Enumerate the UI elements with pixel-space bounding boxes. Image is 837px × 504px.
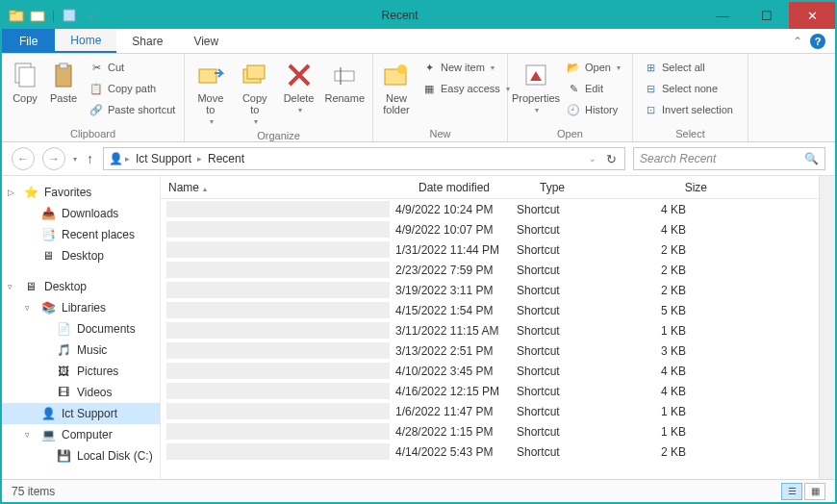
file-row[interactable]: 4/28/2022 1:15 PM Shortcut 1 KB: [161, 421, 819, 441]
copy-to-button[interactable]: Copy to: [235, 58, 275, 128]
ribbon-collapse-icon[interactable]: ⌃: [793, 35, 802, 48]
nav-computer[interactable]: ▿💻Computer: [2, 424, 160, 445]
file-list[interactable]: 4/9/2022 10:24 PM Shortcut 4 KB 4/9/2022…: [161, 199, 819, 479]
nav-ict-support[interactable]: 👤Ict Support: [2, 403, 160, 424]
ribbon: Copy Paste ✂Cut 📋Copy path 🔗Paste shortc…: [2, 54, 835, 142]
libraries-icon: 📚: [40, 300, 56, 315]
nav-videos[interactable]: 🎞Videos: [2, 382, 160, 403]
new-folder-icon[interactable]: [29, 7, 46, 24]
file-row[interactable]: 1/6/2022 11:47 PM Shortcut 1 KB: [161, 401, 819, 421]
breadcrumb-1[interactable]: Ict Support: [132, 152, 195, 165]
file-row[interactable]: 4/15/2022 1:54 PM Shortcut 5 KB: [161, 300, 819, 320]
file-date: 2/23/2022 7:59 PM: [390, 264, 511, 277]
paste-button[interactable]: Paste: [46, 58, 81, 106]
qat-dropdown-icon[interactable]: [82, 7, 99, 24]
properties-button[interactable]: Properties: [514, 58, 558, 116]
breadcrumb-2[interactable]: Recent: [204, 152, 248, 165]
details-view-button[interactable]: ☰: [781, 483, 802, 500]
easy-access-icon: ▦: [421, 81, 437, 96]
new-folder-button[interactable]: New folder: [379, 58, 414, 117]
navigation-pane[interactable]: ▷⭐Favorites 📥Downloads 📑Recent places 🖥D…: [2, 176, 161, 479]
downloads-icon: 📥: [40, 206, 56, 221]
paste-shortcut-button[interactable]: 🔗Paste shortcut: [85, 100, 179, 119]
folder-icon[interactable]: [8, 7, 25, 24]
nav-music[interactable]: 🎵Music: [2, 340, 160, 361]
recent-icon: 📑: [40, 227, 56, 242]
file-size: 4 KB: [621, 203, 694, 216]
select-all-button[interactable]: ⊞Select all: [639, 58, 737, 77]
icons-view-button[interactable]: ▦: [804, 483, 825, 500]
col-size[interactable]: Size: [642, 181, 715, 194]
tab-home[interactable]: Home: [55, 29, 116, 53]
new-item-icon: ✦: [421, 60, 437, 75]
col-type[interactable]: Type: [532, 181, 642, 194]
tab-file[interactable]: File: [2, 29, 55, 53]
close-button[interactable]: ✕: [789, 2, 835, 29]
file-row[interactable]: 4/9/2022 10:07 PM Shortcut 4 KB: [161, 219, 819, 239]
file-row[interactable]: 1/31/2022 11:44 PM Shortcut 2 KB: [161, 239, 819, 260]
music-icon: 🎵: [56, 342, 71, 358]
help-icon[interactable]: ?: [810, 34, 825, 49]
nav-favorites[interactable]: ▷⭐Favorites: [2, 182, 160, 203]
vertical-scrollbar[interactable]: [819, 176, 835, 479]
select-none-button[interactable]: ⊟Select none: [639, 79, 737, 98]
item-count: 75 items: [12, 485, 55, 498]
nav-documents[interactable]: 📄Documents: [2, 318, 160, 340]
computer-icon: 💻: [40, 427, 56, 442]
nav-history-dropdown[interactable]: ▾: [73, 155, 77, 164]
address-dropdown-icon[interactable]: ⌄: [585, 154, 600, 164]
rename-button[interactable]: Rename: [322, 58, 367, 106]
nav-downloads[interactable]: 📥Downloads: [2, 203, 160, 224]
properties-qat-icon[interactable]: [61, 7, 78, 24]
file-name-blurred: [166, 322, 390, 339]
move-to-button[interactable]: Move to: [190, 58, 231, 128]
open-button[interactable]: 📂Open: [562, 58, 624, 77]
nav-forward-button[interactable]: →: [42, 147, 65, 170]
file-row[interactable]: 4/10/2022 3:45 PM Shortcut 4 KB: [161, 361, 819, 381]
nav-up-button[interactable]: ↑: [85, 151, 95, 166]
file-row[interactable]: 3/19/2022 3:11 PM Shortcut 2 KB: [161, 280, 819, 300]
delete-button[interactable]: Delete: [279, 58, 319, 116]
cut-button[interactable]: ✂Cut: [85, 58, 179, 77]
file-row[interactable]: 3/13/2022 2:51 PM Shortcut 3 KB: [161, 340, 819, 361]
easy-access-button[interactable]: ▦Easy access: [418, 79, 514, 98]
svg-point-14: [397, 64, 407, 74]
tab-view[interactable]: View: [178, 29, 234, 53]
address-bar[interactable]: 👤 ▸ Ict Support ▸ Recent ⌄ ↻: [103, 147, 625, 170]
new-item-button[interactable]: ✦New item: [418, 58, 514, 77]
maximize-button[interactable]: ☐: [745, 2, 789, 29]
nav-back-button[interactable]: ←: [12, 147, 35, 170]
nav-libraries[interactable]: ▿📚Libraries: [2, 297, 160, 318]
col-date[interactable]: Date modified: [411, 181, 532, 194]
file-row[interactable]: 4/14/2022 5:43 PM Shortcut 2 KB: [161, 441, 819, 462]
group-open-label: Open: [514, 126, 626, 139]
nav-pictures[interactable]: 🖼Pictures: [2, 361, 160, 382]
pictures-icon: 🖼: [56, 364, 71, 379]
svg-rect-11: [335, 71, 354, 81]
search-input[interactable]: Search Recent 🔍: [633, 147, 825, 170]
copy-path-button[interactable]: 📋Copy path: [85, 79, 179, 98]
col-name[interactable]: Name▴: [161, 181, 411, 194]
file-size: 3 KB: [621, 344, 694, 358]
nav-desktop-root[interactable]: ▿🖥Desktop: [2, 276, 160, 297]
edit-button[interactable]: ✎Edit: [562, 79, 624, 98]
file-size: 4 KB: [621, 365, 694, 378]
nav-desktop[interactable]: 🖥Desktop: [2, 245, 160, 266]
nav-local-disk[interactable]: 💾Local Disk (C:): [2, 445, 160, 466]
nav-recent-places[interactable]: 📑Recent places: [2, 224, 160, 245]
history-button[interactable]: 🕘History: [562, 100, 624, 119]
file-row[interactable]: 2/23/2022 7:59 PM Shortcut 2 KB: [161, 260, 819, 280]
file-name-blurred: [166, 342, 390, 359]
file-row[interactable]: 4/16/2022 12:15 PM Shortcut 4 KB: [161, 381, 819, 401]
invert-selection-button[interactable]: ⊡Invert selection: [639, 100, 737, 119]
minimize-button[interactable]: —: [700, 2, 745, 29]
file-size: 1 KB: [621, 425, 694, 439]
file-name-blurred: [166, 403, 390, 419]
group-select-label: Select: [639, 126, 742, 139]
copy-button[interactable]: Copy: [8, 58, 42, 106]
refresh-button[interactable]: ↻: [602, 152, 621, 166]
file-row[interactable]: 4/9/2022 10:24 PM Shortcut 4 KB: [161, 199, 819, 219]
file-date: 4/10/2022 3:45 PM: [390, 365, 511, 378]
tab-share[interactable]: Share: [116, 29, 178, 53]
file-row[interactable]: 3/11/2022 11:15 AM Shortcut 1 KB: [161, 320, 819, 340]
